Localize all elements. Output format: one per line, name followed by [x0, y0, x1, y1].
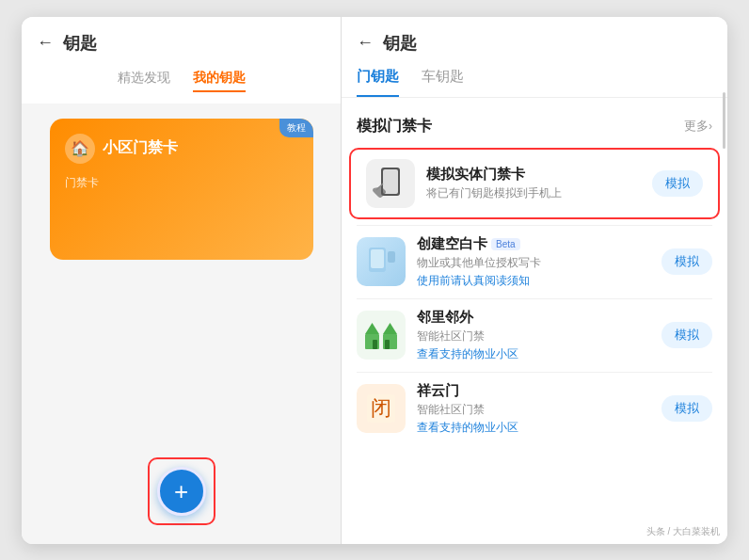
right-header: ← 钥匙 [342, 17, 727, 62]
item-text: 模拟实体门禁卡 将已有门钥匙模拟到手机上 [426, 166, 641, 201]
right-tabs: 门钥匙 车钥匙 [342, 62, 727, 98]
item-desc: 智能社区门禁 [417, 328, 650, 344]
item-name: 模拟实体门禁卡 [426, 166, 641, 184]
simulate-button-3[interactable]: 模拟 [661, 395, 712, 422]
watermark: 头条 / 大白菜装机 [646, 525, 720, 538]
list-item[interactable]: 模拟实体门禁卡 将已有门钥匙模拟到手机上 模拟 [351, 150, 718, 217]
section-more-button[interactable]: 更多 › [684, 118, 712, 135]
simulate-button-0[interactable]: 模拟 [652, 170, 703, 197]
section-title: 模拟门禁卡 [357, 117, 432, 136]
item-desc: 将已有门钥匙模拟到手机上 [426, 185, 641, 201]
item-name: 邻里邻外 [417, 309, 650, 327]
scrollbar[interactable] [723, 92, 725, 149]
tab-door-key[interactable]: 门钥匙 [357, 62, 399, 97]
fab-area: + [22, 439, 341, 544]
svg-marker-8 [383, 323, 397, 334]
card-reader-icon [357, 237, 406, 286]
home-icon: 🏠 [71, 139, 89, 157]
more-label: 更多 [684, 118, 709, 135]
item-highlight-wrapper: 模拟实体门禁卡 将已有门钥匙模拟到手机上 模拟 [349, 148, 720, 219]
right-title: 钥匙 [383, 32, 417, 55]
item-name: 祥云门 [417, 382, 650, 400]
left-back-button[interactable]: ← [37, 33, 54, 53]
left-header: ← 钥匙 [22, 17, 341, 62]
right-back-button[interactable]: ← [357, 33, 374, 53]
item-desc: 物业或其他单位授权写卡 [417, 255, 650, 271]
chevron-right-icon: › [709, 120, 712, 133]
item-text: 祥云门 智能社区门禁 查看支持的物业小区 [417, 382, 650, 436]
card-icon-row: 🏠 小区门禁卡 [65, 134, 298, 164]
left-panel: ← 钥匙 精选发现 我的钥匙 教程 🏠 小区门禁卡 门禁卡 + [22, 17, 342, 544]
neighborhood-icon [357, 311, 406, 360]
list-item[interactable]: 邻里邻外 智能社区门禁 查看支持的物业小区 模拟 [342, 299, 727, 372]
svg-rect-10 [385, 340, 390, 349]
left-title: 钥匙 [63, 32, 97, 55]
svg-rect-9 [373, 340, 377, 349]
access-card[interactable]: 教程 🏠 小区门禁卡 门禁卡 [50, 119, 313, 260]
right-content: 模拟门禁卡 更多 › [342, 98, 727, 544]
tab-my-keys[interactable]: 我的钥匙 [193, 70, 246, 92]
tab-selected-discovery[interactable]: 精选发现 [118, 70, 170, 92]
svg-rect-3 [371, 249, 384, 268]
item-link[interactable]: 查看支持的物业小区 [417, 420, 650, 436]
right-panel: ← 钥匙 门钥匙 车钥匙 模拟门禁卡 更多 › [342, 17, 727, 544]
list-item[interactable]: 创建空白卡 Beta 物业或其他单位授权写卡 使用前请认真阅读须知 模拟 [342, 226, 727, 298]
item-link[interactable]: 使用前请认真阅读须知 [417, 273, 650, 289]
left-tabs: 精选发现 我的钥匙 [22, 62, 341, 104]
section-header: 模拟门禁卡 更多 › [342, 109, 727, 144]
item-link[interactable]: 查看支持的物业小区 [417, 346, 650, 362]
xiangyunmen-icon: 闭 [357, 384, 406, 433]
left-content: 教程 🏠 小区门禁卡 门禁卡 [22, 104, 341, 439]
svg-rect-4 [388, 251, 395, 263]
item-text: 邻里邻外 智能社区门禁 查看支持的物业小区 [417, 309, 650, 362]
phone-tap-icon [366, 159, 415, 208]
list-item[interactable]: 闭 祥云门 智能社区门禁 查看支持的物业小区 模拟 [342, 373, 727, 445]
svg-rect-1 [383, 169, 398, 194]
simulate-button-2[interactable]: 模拟 [661, 322, 712, 348]
item-desc: 智能社区门禁 [417, 402, 650, 418]
item-text: 创建空白卡 Beta 物业或其他单位授权写卡 使用前请认真阅读须知 [417, 235, 650, 289]
card-type: 门禁卡 [65, 175, 298, 191]
beta-badge: Beta [491, 238, 520, 250]
fab-add-button[interactable]: + [157, 467, 206, 516]
plus-icon: + [174, 479, 188, 504]
card-badge: 教程 [279, 119, 313, 137]
simulate-button-1[interactable]: 模拟 [661, 248, 712, 275]
tab-car-key[interactable]: 车钥匙 [422, 62, 464, 97]
svg-text:闭: 闭 [371, 396, 391, 420]
card-icon: 🏠 [65, 134, 95, 164]
item-name: 创建空白卡 [417, 235, 487, 253]
fab-highlight-border: + [148, 457, 215, 525]
item-name-row: 创建空白卡 Beta [417, 235, 650, 253]
svg-marker-6 [365, 323, 379, 334]
card-name: 小区门禁卡 [103, 138, 178, 158]
